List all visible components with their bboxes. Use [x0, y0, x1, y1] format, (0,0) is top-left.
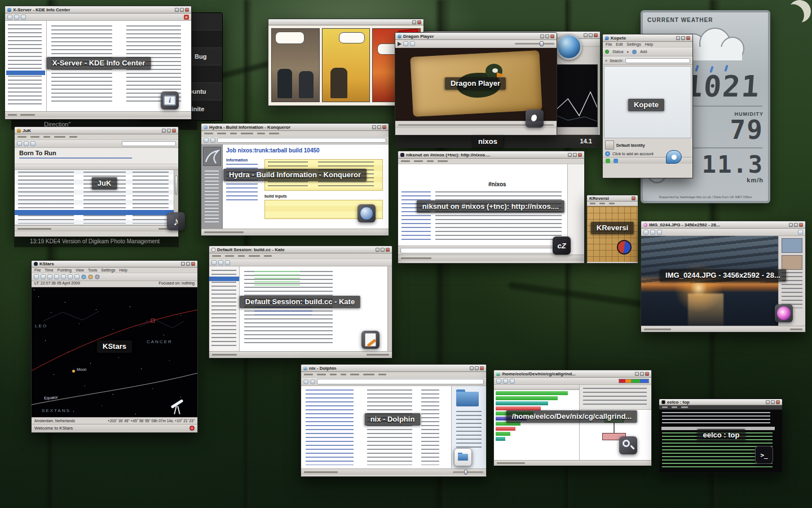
menubar[interactable]: File Edit Settings Help — [603, 42, 692, 47]
label-dolphin[interactable]: nix - Dolphin — [365, 413, 421, 426]
label-kopete[interactable]: Kopete — [628, 99, 664, 111]
cost-row[interactable] — [496, 391, 577, 395]
playlist-table[interactable] — [15, 164, 178, 225]
menu-tools[interactable]: Tools — [88, 268, 97, 272]
titlebar[interactable]: nix - Dolphin — [301, 365, 486, 372]
label-konversation[interactable]: niksnut on #nixos (+tnc): http://nixos..… — [417, 200, 564, 213]
cost-row[interactable] — [496, 432, 577, 436]
chat-input[interactable] — [400, 248, 565, 253]
selected-item[interactable] — [6, 71, 45, 75]
window-buttons[interactable] — [376, 248, 390, 252]
search-input[interactable] — [625, 58, 690, 63]
label-konqueror[interactable]: Hydra - Build Information - Konqueror — [223, 169, 367, 181]
cost-row[interactable] — [496, 406, 577, 410]
zoom-slider[interactable] — [453, 471, 483, 473]
thumbnail[interactable] — [782, 255, 802, 270]
label-kcachegrind[interactable]: /home/eelco/Dev/nix/cg/callgrind... — [506, 410, 637, 423]
menubar[interactable] — [398, 159, 584, 164]
thumbnail[interactable] — [782, 238, 802, 253]
window-buttons[interactable] — [766, 400, 780, 404]
toolbar[interactable]: ✕ — [5, 14, 191, 21]
titlebar[interactable]: /home/eelco/Dev/nix/cg/callgrind... — [494, 370, 651, 378]
window-buttons[interactable] — [584, 33, 598, 37]
search-input[interactable] — [122, 141, 176, 146]
table-header[interactable] — [15, 164, 178, 170]
breadcrumb[interactable] — [317, 379, 484, 384]
menu-edit[interactable]: Edit — [616, 42, 623, 46]
expand-icon[interactable]: » — [605, 59, 607, 63]
window-buttons[interactable] — [470, 366, 484, 370]
player-toolbar[interactable] — [395, 40, 557, 48]
moon-object[interactable] — [72, 370, 75, 373]
window-buttons[interactable] — [540, 34, 554, 38]
toolbar[interactable] — [32, 273, 197, 281]
label-gwenview[interactable]: IMG_0244.JPG - 3456x2592 - 28... — [660, 269, 786, 282]
desktop[interactable]: { "desktop": { "headline": "13:19 KDE4 V… — [0, 0, 812, 508]
label-dragonplayer[interactable]: Dragon Player — [445, 77, 506, 90]
titlebar[interactable]: X-Server - KDE Info Center — [5, 6, 191, 14]
label-infocenter[interactable]: X-Server - KDE Info Center — [47, 57, 151, 69]
konqueror-sidebar[interactable] — [201, 144, 223, 229]
menubar[interactable] — [209, 253, 392, 259]
window-buttons[interactable] — [162, 129, 176, 133]
label-kstars[interactable]: KStars — [97, 340, 132, 353]
selected-document[interactable] — [209, 277, 239, 281]
menu-file[interactable]: File — [606, 42, 612, 46]
status-menu[interactable]: Status — [612, 50, 624, 54]
toolbar[interactable]: Status ▾ Add — [603, 47, 692, 56]
menu-settings[interactable]: Settings — [626, 42, 641, 46]
globe-icon[interactable] — [556, 34, 582, 60]
volume-slider[interactable] — [515, 43, 554, 45]
window-buttons[interactable] — [175, 8, 189, 12]
scrollbar[interactable] — [387, 266, 392, 351]
add-menu[interactable]: Add — [640, 50, 647, 54]
label-kreversi[interactable]: KReversi — [591, 222, 634, 234]
window-buttons[interactable] — [635, 372, 649, 376]
titlebar[interactable]: niksnut on #nixos (+tnc): http://nixos..… — [398, 151, 584, 159]
menubar[interactable] — [15, 134, 178, 140]
input-row[interactable] — [398, 246, 567, 255]
zoom-handle[interactable] — [464, 470, 467, 475]
toolbar[interactable] — [209, 259, 392, 266]
menu-view[interactable]: View — [76, 268, 84, 272]
close-icon[interactable]: ✕ — [184, 15, 189, 20]
menu-help[interactable]: Help — [645, 42, 653, 46]
titlebar[interactable] — [268, 19, 423, 25]
window-buttons[interactable] — [568, 153, 582, 157]
module-tree[interactable] — [5, 21, 47, 111]
play-icon[interactable] — [398, 42, 401, 46]
titlebar[interactable]: Kopete — [603, 34, 692, 42]
menubar[interactable] — [587, 202, 638, 206]
cost-row[interactable] — [496, 427, 577, 431]
window-buttons[interactable] — [372, 125, 386, 129]
volume-handle[interactable] — [540, 41, 544, 46]
window-buttons[interactable] — [789, 223, 803, 227]
titlebar[interactable]: Default Session: build.cc - Kate — [209, 246, 392, 253]
location-bar[interactable] — [217, 138, 386, 143]
menu-settings[interactable]: Settings — [101, 268, 115, 272]
search-row[interactable]: » Search: — [603, 56, 692, 65]
record-button[interactable] — [189, 426, 195, 431]
menubar[interactable] — [201, 131, 389, 137]
location-toolbar[interactable] — [201, 137, 389, 144]
menu-time[interactable]: Time — [45, 268, 53, 272]
document-list[interactable] — [209, 266, 240, 351]
menu-file[interactable]: File — [34, 268, 41, 272]
label-amarok[interactable]: nixos — [473, 135, 503, 148]
window-buttons[interactable] — [181, 262, 195, 266]
titlebar[interactable]: KReversi — [587, 195, 638, 202]
breadcrumb-toolbar[interactable] — [301, 378, 486, 386]
menu-pointing[interactable]: Pointing — [58, 268, 72, 272]
cost-row[interactable] — [496, 401, 577, 405]
table-header[interactable] — [494, 385, 579, 390]
toolbar[interactable] — [641, 229, 805, 236]
selected-row[interactable] — [15, 210, 174, 215]
titlebar[interactable]: eelco : top — [659, 399, 782, 405]
cost-row[interactable] — [496, 437, 577, 441]
menu-help[interactable]: Help — [120, 268, 127, 272]
titlebar[interactable]: JuK — [15, 127, 178, 134]
toolbar[interactable] — [15, 140, 178, 148]
window-buttons[interactable] — [676, 36, 690, 40]
menubar[interactable] — [659, 405, 782, 410]
menubar[interactable]: File Time Pointing View Tools Settings H… — [32, 268, 197, 273]
